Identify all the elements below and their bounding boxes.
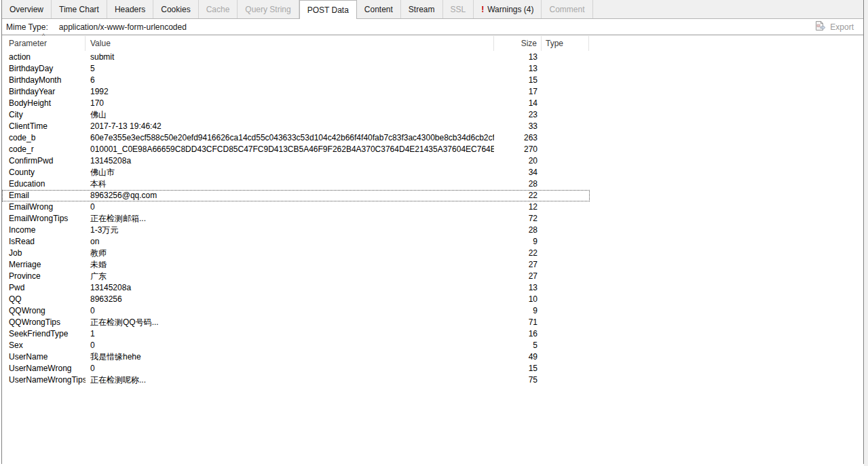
tab-label: Cookies (161, 5, 190, 14)
cell-parameter: UserName (2, 351, 86, 363)
table-row[interactable]: QQWrongTips 正在检测QQ号码... 71 (2, 317, 590, 328)
cell-size: 13 (494, 52, 542, 63)
cell-type (542, 167, 589, 178)
table-row[interactable]: BodyHeight 170 14 (2, 98, 590, 109)
table-row[interactable]: UserNameWrong 0 15 (2, 363, 590, 374)
table-row[interactable]: BirthdayDay 5 13 (2, 63, 590, 75)
column-header-filler (589, 36, 863, 51)
tab-ssl[interactable]: SSL (443, 0, 474, 18)
cell-size: 16 (494, 328, 542, 340)
table-row[interactable]: Merriage 未婚 27 (2, 259, 590, 271)
table-row[interactable]: UserName 我是惜缘hehe 49 (2, 351, 590, 363)
cell-parameter: UserNameWrong (2, 363, 86, 374)
cell-parameter: Pwd (2, 282, 86, 294)
cell-parameter: City (2, 109, 86, 121)
table-row[interactable]: BirthdayYear 1992 17 (2, 86, 590, 98)
cell-value: 5 (86, 63, 494, 75)
cell-type (542, 259, 589, 271)
cell-value: 广东 (86, 271, 494, 282)
table-row[interactable]: SeekFriendType 1 16 (2, 328, 590, 340)
tab-cookies[interactable]: Cookies (153, 0, 198, 18)
window-edge (864, 0, 868, 466)
column-header-value[interactable]: Value (86, 36, 494, 51)
table-row[interactable]: County 佛山市 34 (2, 167, 590, 178)
tab-label: Query String (245, 5, 290, 14)
table-row[interactable]: Email 8963256@qq.com 22 (2, 190, 590, 201)
column-header-label: Type (546, 39, 563, 48)
table-row[interactable]: EmailWrong 0 12 (2, 201, 590, 213)
table-row[interactable]: BirthdayMonth 6 15 (2, 75, 590, 86)
table-row[interactable]: Education 本科 28 (2, 178, 590, 190)
table-row[interactable]: Sex 0 5 (2, 340, 590, 351)
cell-size: 15 (494, 75, 542, 86)
tab-warnings-4-[interactable]: ! Warnings (4) (474, 0, 542, 18)
cell-parameter: Merriage (2, 259, 86, 271)
cell-value: 8963256@qq.com (86, 190, 494, 201)
cell-value: 未婚 (86, 259, 494, 271)
mime-type-label: Mime Type: (6, 22, 48, 32)
cell-size: 13 (494, 63, 542, 75)
cell-value: 010001_C0E98A66659C8DD43CFCD85C47FC9D413… (86, 144, 494, 155)
table-row[interactable]: QQWrong 0 9 (2, 305, 590, 317)
tab-post-data[interactable]: POST Data (299, 0, 357, 19)
cell-size: 23 (494, 109, 542, 121)
cell-size: 20 (494, 155, 542, 167)
cell-value: 170 (86, 98, 494, 109)
cell-type (542, 328, 589, 340)
tab-label: Cache (206, 5, 230, 14)
tab-query-string[interactable]: Query String (238, 0, 299, 18)
export-button[interactable]: Export (812, 20, 856, 33)
cell-size: 28 (494, 178, 542, 190)
cell-value: 0 (86, 340, 494, 351)
tab-bar: Overview Time Chart Headers Cookies Cach… (2, 0, 863, 19)
table-row[interactable]: code_r 010001_C0E98A66659C8DD43CFCD85C47… (2, 144, 590, 155)
mime-type-value: application/x-www-form-urlencoded (59, 22, 187, 32)
table-row[interactable]: Job 教师 22 (2, 248, 590, 259)
tab-time-chart[interactable]: Time Chart (52, 0, 107, 18)
tab-overview[interactable]: Overview (2, 0, 52, 18)
column-header-size[interactable]: Size (494, 36, 542, 51)
column-header-parameter[interactable]: ^ Parameter (2, 36, 86, 51)
table-row[interactable]: Income 1-3万元 28 (2, 225, 590, 236)
cell-size: 270 (494, 144, 542, 155)
cell-parameter: Email (2, 190, 86, 201)
tab-label: Warnings (4) (487, 5, 533, 14)
tab-content[interactable]: Content (357, 0, 401, 18)
cell-value: 60e7e355e3ecf588c50e20efd9416626ca14cd55… (86, 132, 494, 144)
table-row[interactable]: code_b 60e7e355e3ecf588c50e20efd9416626c… (2, 132, 590, 144)
tab-label: Headers (115, 5, 145, 14)
table-row[interactable]: action submit 13 (2, 52, 590, 63)
table-row[interactable]: QQ 8963256 10 (2, 294, 590, 305)
table-row[interactable]: City 佛山 23 (2, 109, 590, 121)
cell-parameter: BodyHeight (2, 98, 86, 109)
cell-value: 正在检测邮箱... (86, 213, 494, 225)
table-row[interactable]: ConfirmPwd 13145208a 20 (2, 155, 590, 167)
cell-value: 佛山 (86, 109, 494, 121)
table-row[interactable]: Province 广东 27 (2, 271, 590, 282)
cell-size: 9 (494, 305, 542, 317)
tab-stream[interactable]: Stream (401, 0, 443, 18)
cell-parameter: code_b (2, 132, 86, 144)
table-row[interactable]: IsRead on 9 (2, 236, 590, 248)
cell-type (542, 121, 589, 132)
post-data-table: ^ Parameter Value Size Type action submi… (2, 35, 863, 386)
column-header-type[interactable]: Type (542, 36, 589, 51)
table-row[interactable]: UserNameWrongTips 正在检测呢称... 75 (2, 374, 590, 386)
cell-type (542, 317, 589, 328)
table-row[interactable]: ClientTime 2017-7-13 19:46:42 33 (2, 121, 590, 132)
tab-headers[interactable]: Headers (107, 0, 153, 18)
cell-size: 27 (494, 271, 542, 282)
table-row[interactable]: EmailWrongTips 正在检测邮箱... 72 (2, 213, 590, 225)
tab-label: Time Chart (59, 5, 99, 14)
cell-size: 14 (494, 98, 542, 109)
cell-value: 6 (86, 75, 494, 86)
tab-cache[interactable]: Cache (199, 0, 238, 18)
cell-size: 75 (494, 374, 542, 386)
cell-parameter: Sex (2, 340, 86, 351)
cell-parameter: QQ (2, 294, 86, 305)
table-row[interactable]: Pwd 13145208a 13 (2, 282, 590, 294)
tab-comment[interactable]: Comment (542, 0, 592, 18)
cell-type (542, 248, 589, 259)
cell-size: 71 (494, 317, 542, 328)
cell-parameter: EmailWrongTips (2, 213, 86, 225)
